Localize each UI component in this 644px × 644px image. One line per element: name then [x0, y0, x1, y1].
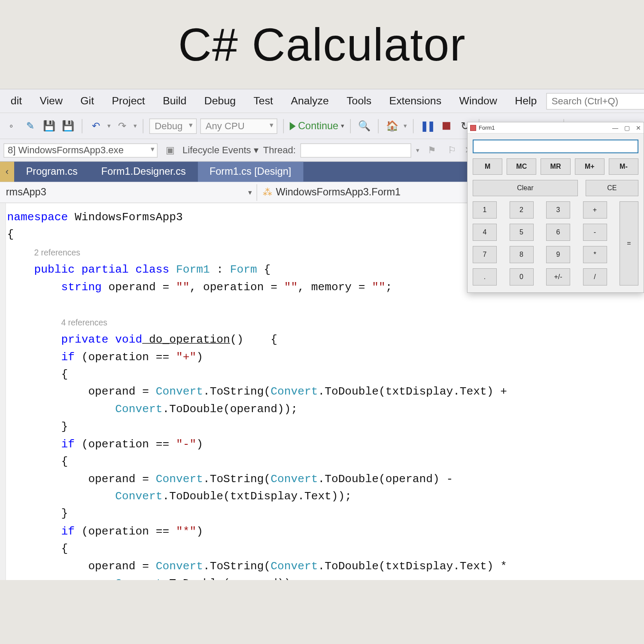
- calculator-form: Form1 — ▢ ✕ M MC MR M+ M- Clear CE 1 2 3…: [467, 122, 644, 293]
- display-input[interactable]: [473, 140, 638, 153]
- menu-help[interactable]: Help: [507, 91, 545, 111]
- config-dropdown[interactable]: Debug: [149, 118, 197, 134]
- mem-mminus-button[interactable]: M-: [609, 158, 638, 175]
- menu-tools[interactable]: Tools: [338, 91, 380, 111]
- nav-back-icon[interactable]: ◦: [3, 118, 19, 134]
- save-all-icon[interactable]: 💾: [61, 118, 76, 134]
- menu-edit[interactable]: dit: [3, 91, 30, 111]
- thread-label: Thread:: [263, 145, 296, 155]
- key-multiply[interactable]: *: [583, 246, 607, 263]
- key-2[interactable]: 2: [510, 201, 534, 219]
- key-0[interactable]: 0: [510, 268, 534, 286]
- key-3[interactable]: 3: [546, 201, 570, 219]
- key-9[interactable]: 9: [546, 246, 570, 263]
- menu-view[interactable]: View: [31, 91, 71, 111]
- tab-program-cs[interactable]: Program.cs: [14, 162, 89, 182]
- key-equals[interactable]: =: [620, 201, 638, 286]
- stop-icon[interactable]: [438, 118, 454, 134]
- continue-button[interactable]: Continue ▾: [290, 120, 344, 132]
- key-divide[interactable]: /: [583, 268, 607, 286]
- key-5[interactable]: 5: [510, 224, 534, 241]
- flag-icon[interactable]: ⚑: [424, 143, 440, 158]
- redo-icon[interactable]: ↷: [114, 118, 130, 134]
- mem-m-button[interactable]: M: [473, 158, 502, 175]
- search-input[interactable]: [546, 93, 644, 109]
- key-7[interactable]: 7: [473, 246, 497, 263]
- puzzle-icon: ⁂: [263, 187, 272, 198]
- nav-project-label: rmsApp3: [6, 186, 46, 198]
- calculator-titlebar[interactable]: Form1 — ▢ ✕: [468, 122, 644, 134]
- menu-debug[interactable]: Debug: [196, 91, 244, 111]
- menu-bar: dit View Git Project Build Debug Test An…: [0, 89, 644, 113]
- key-6[interactable]: 6: [546, 224, 570, 241]
- close-icon[interactable]: ✕: [636, 125, 641, 131]
- banner-title: C# Calculator: [178, 18, 466, 72]
- menu-window[interactable]: Window: [451, 91, 505, 111]
- pause-icon[interactable]: ❚❚: [419, 118, 435, 134]
- menu-extensions[interactable]: Extensions: [381, 91, 450, 111]
- platform-dropdown[interactable]: Any CPU: [200, 118, 277, 134]
- menu-build[interactable]: Build: [155, 91, 195, 111]
- find-icon[interactable]: 🔍: [357, 118, 372, 134]
- ce-button[interactable]: CE: [586, 180, 638, 196]
- mem-mplus-button[interactable]: M+: [575, 158, 605, 175]
- menu-git[interactable]: Git: [72, 91, 102, 111]
- lifecycle-label: Lifecycle Events ▾: [182, 145, 258, 156]
- nav-class-label: WindowsFormsApp3.Form1: [276, 186, 401, 198]
- editor-gutter: [0, 203, 6, 580]
- tab-form1-designer[interactable]: Form1.Designer.cs: [89, 162, 197, 182]
- key-sign[interactable]: +/-: [546, 268, 570, 286]
- form-title: Form1: [479, 125, 495, 131]
- process-dropdown[interactable]: 8] WindowsFormsApp3.exe: [3, 143, 158, 157]
- mem-mr-button[interactable]: MR: [541, 158, 570, 175]
- page-banner: C# Calculator: [0, 0, 644, 89]
- key-dot[interactable]: .: [473, 268, 497, 286]
- play-icon: [290, 122, 296, 130]
- maximize-icon[interactable]: ▢: [624, 125, 630, 131]
- form-icon: [470, 125, 476, 131]
- menu-analyze[interactable]: Analyze: [283, 91, 337, 111]
- new-item-icon[interactable]: ✎: [22, 118, 38, 134]
- browser-link-icon[interactable]: 🏠: [385, 118, 400, 134]
- thread-dropdown[interactable]: [301, 143, 411, 157]
- menu-test[interactable]: Test: [245, 91, 281, 111]
- tab-scroll-left-icon[interactable]: ‹: [0, 162, 14, 182]
- nav-project-dropdown[interactable]: rmsApp3: [0, 184, 257, 200]
- menu-project[interactable]: Project: [103, 91, 153, 111]
- key-plus[interactable]: +: [583, 201, 607, 219]
- undo-icon[interactable]: ↶: [88, 118, 104, 134]
- lifecycle-icon[interactable]: ▣: [162, 143, 178, 158]
- key-8[interactable]: 8: [510, 246, 534, 263]
- continue-label: Continue: [298, 120, 338, 132]
- tab-form1-design[interactable]: Form1.cs [Design]: [197, 162, 303, 182]
- key-minus[interactable]: -: [583, 224, 607, 241]
- filter-icon[interactable]: ⚐: [444, 143, 460, 158]
- key-1[interactable]: 1: [473, 201, 497, 219]
- clear-button[interactable]: Clear: [473, 180, 578, 196]
- minimize-icon[interactable]: —: [612, 125, 618, 131]
- mem-mc-button[interactable]: MC: [507, 158, 536, 175]
- save-icon[interactable]: 💾: [42, 118, 57, 134]
- key-4[interactable]: 4: [473, 224, 497, 241]
